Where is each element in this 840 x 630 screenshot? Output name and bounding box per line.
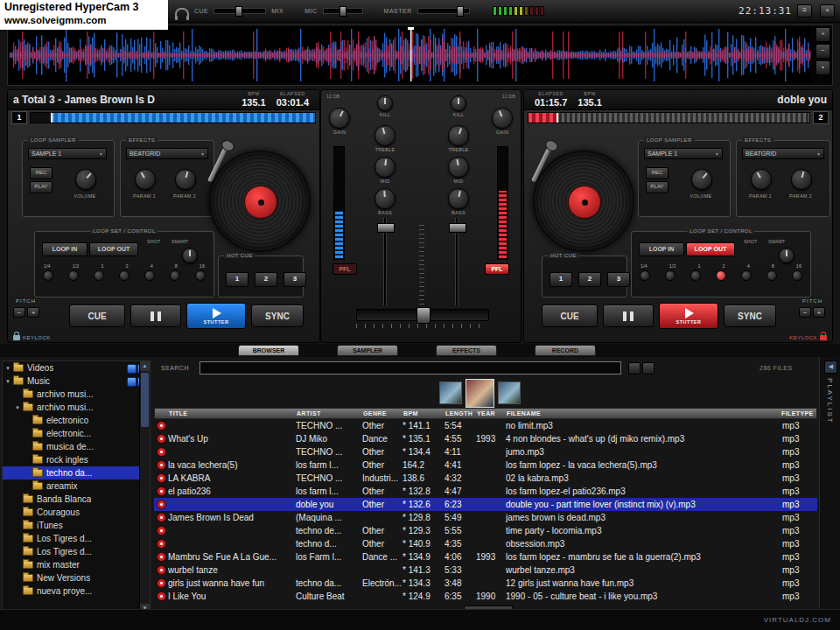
folder-item[interactable]: New Versions [3, 571, 150, 584]
cue-button[interactable]: CUE [69, 304, 125, 327]
beat-button[interactable] [119, 270, 130, 281]
column-header-genre[interactable]: GENRE [363, 410, 403, 416]
param1-knob[interactable] [135, 169, 156, 190]
loop-in-button[interactable]: LOOP IN [42, 242, 88, 256]
pfl-button-1[interactable]: PFL [332, 263, 357, 275]
treble-knob[interactable] [448, 125, 469, 146]
beat-button[interactable] [68, 270, 79, 281]
mid-knob[interactable] [448, 157, 469, 178]
tab-record[interactable]: RECORD [535, 345, 596, 356]
folder-item[interactable]: ▼archivo musi... [3, 401, 150, 414]
play-stutter-button[interactable]: STUTTER [186, 303, 246, 329]
channel-2-volume-fader[interactable] [448, 218, 466, 305]
sampler-rec-button[interactable]: REC [646, 167, 668, 179]
folder-item[interactable]: mix master [3, 558, 150, 571]
mic-volume-slider[interactable] [323, 8, 363, 14]
beat-button[interactable] [170, 270, 180, 281]
folder-item[interactable]: ▼Videos [3, 361, 150, 374]
channel-1-volume-fader[interactable] [376, 218, 394, 305]
file-row[interactable]: Mambru Se Fue A La Gue...los Farm l...Da… [154, 550, 817, 564]
close-button[interactable]: × [820, 4, 835, 18]
file-row[interactable]: el patio236los farm l...Other* 132.84:47… [154, 485, 817, 498]
beat-button[interactable] [792, 270, 802, 281]
sampler-rec-button[interactable]: REC [30, 167, 52, 179]
beat-button[interactable] [94, 270, 104, 281]
crossfader[interactable] [356, 309, 489, 321]
folder-item[interactable]: musica de... [3, 440, 150, 453]
loop-out-button[interactable]: LOOP OUT [686, 242, 735, 256]
file-row[interactable]: TECHNO ...Other* 141.15:54no limit.mp3mp… [154, 419, 817, 432]
column-header-title[interactable]: TITLE [169, 410, 297, 416]
column-header-filename[interactable]: FILENAME [507, 410, 781, 416]
pitch-bend-minus-button[interactable]: − [13, 307, 25, 318]
file-row[interactable]: TECHNO ...Other* 134.44:11jumo.mp3mp3 [154, 445, 817, 458]
pitch-bend-minus-button[interactable]: − [799, 307, 811, 318]
gain-knob[interactable] [329, 108, 350, 129]
folder-item[interactable]: Los Tigres d... [3, 545, 150, 558]
param1-knob[interactable] [751, 169, 772, 190]
mid-knob[interactable] [374, 157, 396, 178]
file-row[interactable]: doble youOther* 132.66:23double you - pa… [154, 498, 817, 511]
bass-knob[interactable] [374, 188, 396, 209]
file-row[interactable]: techno de...Other* 129.35:55time party -… [154, 524, 817, 537]
file-row[interactable]: techno d...Other* 140.94:35obsession.mp3… [154, 537, 817, 550]
expander-icon[interactable]: ▼ [5, 379, 12, 384]
sampler-play-button[interactable]: PLAY [30, 181, 52, 193]
search-options-icon[interactable] [642, 362, 654, 374]
tree-scrollbar[interactable]: ▲ ▼ [139, 361, 150, 613]
keylock-toggle[interactable]: KEYLOCK [13, 335, 51, 340]
expander-icon[interactable]: ▼ [5, 366, 12, 371]
folder-item[interactable]: areamix [3, 480, 150, 493]
column-header-filetype[interactable]: FILETYPE [781, 410, 816, 416]
folder-item[interactable]: Couragous [3, 506, 150, 519]
file-row[interactable]: la vaca lechera(5)los farm l...Other164.… [154, 458, 817, 472]
waveform-canvas[interactable] [10, 27, 811, 83]
beatlock-button[interactable]: • [816, 60, 830, 75]
master-volume-slider[interactable] [417, 8, 470, 14]
slider-handle[interactable] [340, 6, 346, 17]
song-position-bar[interactable] [528, 112, 810, 123]
crossfader-handle[interactable] [416, 307, 430, 324]
param2-knob[interactable] [175, 169, 196, 190]
column-header-length[interactable]: LENGTH [445, 410, 477, 416]
folder-item[interactable]: archivo musi... [3, 388, 150, 401]
folder-item[interactable]: iTunes [3, 519, 150, 532]
beat-button[interactable] [716, 270, 726, 281]
config-button[interactable]: ≡ [797, 4, 812, 18]
slider-handle[interactable] [235, 6, 242, 17]
treble-knob[interactable] [374, 125, 396, 146]
cover-art-selected[interactable] [466, 379, 494, 408]
cue-button[interactable]: CUE [542, 304, 598, 327]
loop-in-button[interactable]: LOOP IN [639, 242, 684, 256]
sampler-volume-knob[interactable] [75, 169, 96, 190]
sync-button[interactable]: SYNC [724, 304, 776, 327]
folder-item[interactable]: Los Tigres d... [3, 532, 150, 545]
zoom-out-button[interactable]: − [816, 44, 830, 59]
turntable-platter[interactable] [533, 150, 634, 252]
rhythm-window[interactable]: + − • [7, 24, 833, 86]
tab-effects[interactable]: EFFECTS [436, 345, 497, 356]
netsearch-icon[interactable] [628, 362, 640, 374]
turntable-platter[interactable] [209, 150, 311, 252]
column-header-artist[interactable]: ARTIST [297, 410, 363, 416]
beat-button[interactable] [43, 270, 53, 281]
sampler-play-button[interactable]: PLAY [646, 181, 668, 193]
beat-button[interactable] [766, 270, 777, 281]
folder-item[interactable]: rock ingles [3, 453, 150, 466]
pfl-button-2[interactable]: PFL [485, 263, 509, 275]
hot-cue-button[interactable]: 2 [578, 272, 601, 287]
cover-art[interactable] [439, 382, 462, 404]
bass-knob[interactable] [448, 188, 469, 209]
sampler-volume-knob[interactable] [691, 169, 712, 190]
slider-handle[interactable] [457, 6, 464, 17]
kill-knob[interactable] [377, 95, 393, 111]
beat-button[interactable] [665, 270, 676, 281]
file-row[interactable]: James Brown Is Dead(Maquina ...* 129.85:… [154, 511, 817, 524]
folder-item[interactable]: electronic... [3, 427, 150, 440]
sync-button[interactable]: SYNC [251, 304, 304, 327]
scrollbar-thumb[interactable] [141, 373, 149, 427]
column-header-year[interactable]: YEAR [477, 410, 507, 416]
folder-item[interactable]: nueva proye... [3, 584, 150, 598]
loop-length-knob[interactable] [779, 248, 794, 263]
scroll-up-icon[interactable]: ▲ [140, 361, 150, 371]
